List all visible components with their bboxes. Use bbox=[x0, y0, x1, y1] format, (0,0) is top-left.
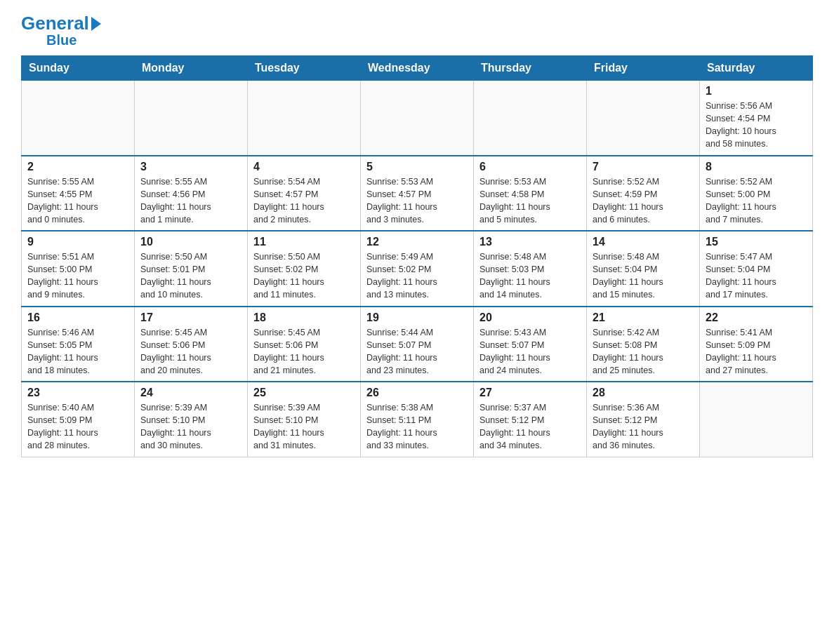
calendar-cell: 18Sunrise: 5:45 AMSunset: 5:06 PMDayligh… bbox=[248, 307, 361, 382]
week-row-1: 1Sunrise: 5:56 AMSunset: 4:54 PMDaylight… bbox=[22, 81, 813, 156]
calendar-cell: 16Sunrise: 5:46 AMSunset: 5:05 PMDayligh… bbox=[22, 307, 135, 382]
weekday-row: SundayMondayTuesdayWednesdayThursdayFrid… bbox=[22, 56, 813, 81]
calendar-cell: 23Sunrise: 5:40 AMSunset: 5:09 PMDayligh… bbox=[22, 382, 135, 457]
logo-text-blue: Blue bbox=[21, 32, 77, 48]
weekday-header-saturday: Saturday bbox=[700, 56, 813, 81]
calendar-cell: 11Sunrise: 5:50 AMSunset: 5:02 PMDayligh… bbox=[248, 231, 361, 307]
day-info: Sunrise: 5:49 AMSunset: 5:02 PMDaylight:… bbox=[366, 250, 468, 302]
day-info: Sunrise: 5:46 AMSunset: 5:05 PMDaylight:… bbox=[27, 326, 128, 377]
calendar-cell: 7Sunrise: 5:52 AMSunset: 4:59 PMDaylight… bbox=[587, 156, 700, 232]
day-info: Sunrise: 5:50 AMSunset: 5:02 PMDaylight:… bbox=[253, 250, 355, 302]
calendar-body: 1Sunrise: 5:56 AMSunset: 4:54 PMDaylight… bbox=[22, 81, 813, 457]
calendar-cell: 25Sunrise: 5:39 AMSunset: 5:10 PMDayligh… bbox=[248, 382, 361, 457]
calendar-cell: 10Sunrise: 5:50 AMSunset: 5:01 PMDayligh… bbox=[135, 231, 248, 307]
day-info: Sunrise: 5:55 AMSunset: 4:56 PMDaylight:… bbox=[140, 175, 241, 227]
calendar-cell: 24Sunrise: 5:39 AMSunset: 5:10 PMDayligh… bbox=[135, 382, 248, 457]
calendar-cell: 28Sunrise: 5:36 AMSunset: 5:12 PMDayligh… bbox=[587, 382, 700, 457]
day-number: 7 bbox=[593, 161, 694, 173]
day-info: Sunrise: 5:37 AMSunset: 5:12 PMDaylight:… bbox=[479, 401, 581, 452]
logo: General Blue bbox=[21, 14, 101, 48]
day-number: 23 bbox=[27, 387, 128, 399]
calendar-cell: 8Sunrise: 5:52 AMSunset: 5:00 PMDaylight… bbox=[700, 156, 813, 232]
day-number: 25 bbox=[253, 387, 355, 399]
day-info: Sunrise: 5:45 AMSunset: 5:06 PMDaylight:… bbox=[253, 326, 355, 377]
calendar-cell: 20Sunrise: 5:43 AMSunset: 5:07 PMDayligh… bbox=[474, 307, 587, 382]
day-info: Sunrise: 5:45 AMSunset: 5:06 PMDaylight:… bbox=[140, 326, 241, 377]
day-info: Sunrise: 5:53 AMSunset: 4:57 PMDaylight:… bbox=[366, 175, 468, 227]
weekday-header-sunday: Sunday bbox=[22, 56, 135, 81]
calendar-cell: 4Sunrise: 5:54 AMSunset: 4:57 PMDaylight… bbox=[248, 156, 361, 232]
day-info: Sunrise: 5:36 AMSunset: 5:12 PMDaylight:… bbox=[593, 401, 694, 452]
day-number: 8 bbox=[706, 161, 807, 173]
calendar-cell: 5Sunrise: 5:53 AMSunset: 4:57 PMDaylight… bbox=[361, 156, 474, 232]
day-info: Sunrise: 5:51 AMSunset: 5:00 PMDaylight:… bbox=[27, 250, 128, 302]
calendar-cell: 15Sunrise: 5:47 AMSunset: 5:04 PMDayligh… bbox=[700, 231, 813, 307]
day-number: 9 bbox=[27, 236, 128, 248]
day-number: 28 bbox=[593, 387, 694, 399]
day-number: 13 bbox=[479, 236, 581, 248]
day-info: Sunrise: 5:52 AMSunset: 5:00 PMDaylight:… bbox=[706, 175, 807, 227]
day-info: Sunrise: 5:42 AMSunset: 5:08 PMDaylight:… bbox=[593, 326, 694, 377]
logo-general: General bbox=[21, 14, 101, 32]
day-number: 24 bbox=[140, 387, 241, 399]
day-number: 1 bbox=[706, 85, 807, 98]
day-number: 17 bbox=[140, 311, 241, 324]
calendar-cell: 22Sunrise: 5:41 AMSunset: 5:09 PMDayligh… bbox=[700, 307, 813, 382]
calendar-cell bbox=[361, 81, 474, 156]
day-number: 3 bbox=[140, 161, 241, 173]
calendar-cell: 3Sunrise: 5:55 AMSunset: 4:56 PMDaylight… bbox=[135, 156, 248, 232]
calendar-cell bbox=[248, 81, 361, 156]
day-number: 20 bbox=[479, 311, 581, 324]
week-row-4: 16Sunrise: 5:46 AMSunset: 5:05 PMDayligh… bbox=[22, 307, 813, 382]
weekday-header-thursday: Thursday bbox=[474, 56, 587, 81]
calendar-cell bbox=[135, 81, 248, 156]
day-info: Sunrise: 5:47 AMSunset: 5:04 PMDaylight:… bbox=[706, 250, 807, 302]
calendar-cell: 21Sunrise: 5:42 AMSunset: 5:08 PMDayligh… bbox=[587, 307, 700, 382]
weekday-header-tuesday: Tuesday bbox=[248, 56, 361, 81]
day-number: 11 bbox=[253, 236, 355, 248]
logo-arrow-icon bbox=[91, 17, 101, 31]
calendar-cell: 13Sunrise: 5:48 AMSunset: 5:03 PMDayligh… bbox=[474, 231, 587, 307]
day-number: 18 bbox=[253, 311, 355, 324]
day-info: Sunrise: 5:48 AMSunset: 5:03 PMDaylight:… bbox=[479, 250, 581, 302]
calendar-cell bbox=[474, 81, 587, 156]
week-row-3: 9Sunrise: 5:51 AMSunset: 5:00 PMDaylight… bbox=[22, 231, 813, 307]
day-info: Sunrise: 5:56 AMSunset: 4:54 PMDaylight:… bbox=[706, 100, 807, 151]
day-number: 15 bbox=[706, 236, 807, 248]
day-info: Sunrise: 5:52 AMSunset: 4:59 PMDaylight:… bbox=[593, 175, 694, 227]
calendar: SundayMondayTuesdayWednesdayThursdayFrid… bbox=[21, 55, 813, 457]
logo-text-general: General bbox=[21, 14, 89, 32]
day-number: 26 bbox=[366, 387, 468, 399]
day-info: Sunrise: 5:38 AMSunset: 5:11 PMDaylight:… bbox=[366, 401, 468, 452]
calendar-cell: 17Sunrise: 5:45 AMSunset: 5:06 PMDayligh… bbox=[135, 307, 248, 382]
weekday-header-wednesday: Wednesday bbox=[361, 56, 474, 81]
calendar-cell: 1Sunrise: 5:56 AMSunset: 4:54 PMDaylight… bbox=[700, 81, 813, 156]
calendar-cell: 9Sunrise: 5:51 AMSunset: 5:00 PMDaylight… bbox=[22, 231, 135, 307]
weekday-header-monday: Monday bbox=[135, 56, 248, 81]
day-number: 21 bbox=[593, 311, 694, 324]
day-number: 6 bbox=[479, 161, 581, 173]
day-number: 5 bbox=[366, 161, 468, 173]
day-info: Sunrise: 5:53 AMSunset: 4:58 PMDaylight:… bbox=[479, 175, 581, 227]
week-row-5: 23Sunrise: 5:40 AMSunset: 5:09 PMDayligh… bbox=[22, 382, 813, 457]
day-number: 10 bbox=[140, 236, 241, 248]
day-info: Sunrise: 5:50 AMSunset: 5:01 PMDaylight:… bbox=[140, 250, 241, 302]
day-info: Sunrise: 5:48 AMSunset: 5:04 PMDaylight:… bbox=[593, 250, 694, 302]
day-number: 22 bbox=[706, 311, 807, 324]
day-number: 4 bbox=[253, 161, 355, 173]
day-info: Sunrise: 5:55 AMSunset: 4:55 PMDaylight:… bbox=[27, 175, 128, 227]
day-info: Sunrise: 5:41 AMSunset: 5:09 PMDaylight:… bbox=[706, 326, 807, 377]
weekday-header-friday: Friday bbox=[587, 56, 700, 81]
day-info: Sunrise: 5:43 AMSunset: 5:07 PMDaylight:… bbox=[479, 326, 581, 377]
calendar-cell: 12Sunrise: 5:49 AMSunset: 5:02 PMDayligh… bbox=[361, 231, 474, 307]
day-number: 16 bbox=[27, 311, 128, 324]
page-header: General Blue bbox=[21, 14, 813, 48]
calendar-cell bbox=[700, 382, 813, 457]
calendar-cell: 26Sunrise: 5:38 AMSunset: 5:11 PMDayligh… bbox=[361, 382, 474, 457]
calendar-cell: 6Sunrise: 5:53 AMSunset: 4:58 PMDaylight… bbox=[474, 156, 587, 232]
calendar-header: SundayMondayTuesdayWednesdayThursdayFrid… bbox=[22, 56, 813, 81]
calendar-cell: 19Sunrise: 5:44 AMSunset: 5:07 PMDayligh… bbox=[361, 307, 474, 382]
day-info: Sunrise: 5:39 AMSunset: 5:10 PMDaylight:… bbox=[253, 401, 355, 452]
calendar-cell: 14Sunrise: 5:48 AMSunset: 5:04 PMDayligh… bbox=[587, 231, 700, 307]
day-info: Sunrise: 5:39 AMSunset: 5:10 PMDaylight:… bbox=[140, 401, 241, 452]
